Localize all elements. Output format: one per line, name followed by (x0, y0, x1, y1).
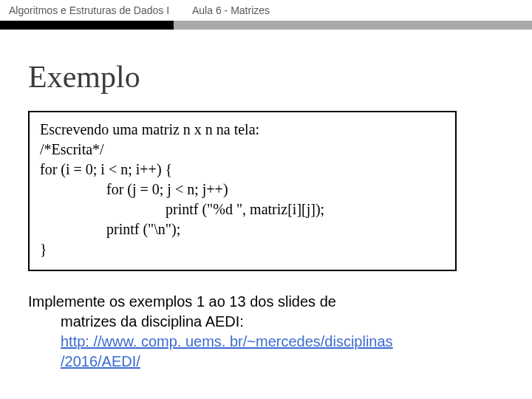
task-text: Implemente os exemplos 1 ao 13 dos slide… (28, 292, 504, 372)
code-line: printf ("\n"); (40, 219, 445, 239)
code-line: for (i = 0; i < n; i++) { (40, 160, 445, 180)
code-example-box: Escrevendo uma matriz n x n na tela: /*E… (28, 111, 457, 271)
divider-bar (0, 21, 532, 30)
divider-grey (174, 21, 532, 30)
code-line: /*Escrita*/ (40, 140, 445, 160)
code-line: for (j = 0; j < n; j++) (40, 180, 445, 200)
code-line: Escrevendo uma matriz n x n na tela: (40, 120, 445, 140)
slide-title: Exemplo (28, 59, 504, 95)
slide-header: Algoritmos e Estruturas de Dados I Aula … (0, 0, 532, 21)
lesson-name: Aula 6 - Matrizes (174, 4, 270, 16)
code-line: printf ("%d ", matriz[i][j]); (40, 200, 445, 219)
code-line: } (40, 239, 445, 259)
task-line: matrizes da disciplina AEDI: (28, 312, 504, 332)
divider-dark (0, 21, 174, 30)
task-link[interactable]: /2016/AEDI/ (28, 352, 504, 372)
slide-content: Exemplo Escrevendo uma matriz n x n na t… (0, 30, 532, 372)
task-link[interactable]: http: //www. comp. uems. br/~mercedes/di… (28, 332, 504, 352)
task-line: Implemente os exemplos 1 ao 13 dos slide… (28, 292, 504, 312)
course-name: Algoritmos e Estruturas de Dados I (0, 4, 174, 16)
